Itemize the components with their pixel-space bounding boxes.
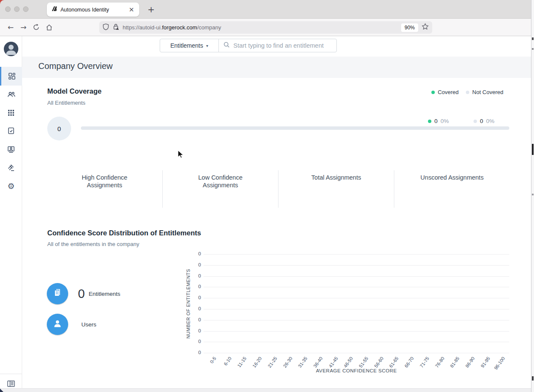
covered-count-group: 0 0% <box>428 118 449 124</box>
search-box <box>219 39 336 52</box>
gridline <box>204 287 509 287</box>
x-tick-label: 51-55 <box>358 356 369 369</box>
page-zoom-badge[interactable]: 90% <box>401 23 418 32</box>
chart-x-axis-title: AVERAGE CONFIDENCE SCORE <box>204 368 509 373</box>
coverage-progress-bar <box>81 126 509 130</box>
legend-item-not-covered: Not Covered <box>466 89 503 95</box>
window-close-button[interactable] <box>5 6 11 12</box>
x-tick-label: 46-50 <box>343 356 354 369</box>
coverage-legend: Covered Not Covered <box>431 89 503 95</box>
x-tick-label: 11-15 <box>236 356 247 368</box>
sidebar-collapse-toggle[interactable] <box>6 379 16 388</box>
x-tick-label: 41-45 <box>327 356 339 369</box>
page-title: Company Overview <box>38 61 113 71</box>
not-covered-label: Not Covered <box>472 89 503 95</box>
sidebar-item-settings[interactable]: ⚙ <box>0 177 22 195</box>
tracking-protection-shield-icon[interactable] <box>103 23 109 32</box>
x-tick-label: 21-25 <box>267 356 278 369</box>
url-prefix: https://autoid-ui. <box>123 24 162 31</box>
x-tick-label: 66-70 <box>404 356 415 369</box>
window-minimize-button[interactable] <box>14 6 20 12</box>
browser-tab-bar: Autonomous Identity ✕ + <box>0 0 531 19</box>
home-button[interactable] <box>43 21 55 34</box>
legend-item-covered: Covered <box>431 89 459 95</box>
connection-lock-icon[interactable] <box>113 23 119 32</box>
model-coverage-subtitle: All Entitlements <box>47 100 86 106</box>
gridline <box>204 320 509 320</box>
entity-type-dropdown[interactable]: Entitlements ▾ <box>160 39 219 52</box>
x-tick-label: 36-40 <box>312 356 323 369</box>
url-text: https://autoid-ui.forgerock.com/company <box>123 24 401 31</box>
tab-close-icon[interactable]: ✕ <box>128 6 135 13</box>
browser-toolbar: ← → https://autoid-ui.forgerock.com/comp… <box>0 19 531 36</box>
browser-chrome: Autonomous Identity ✕ + ← → https://au <box>0 0 531 36</box>
bookmark-star-icon[interactable] <box>422 23 429 32</box>
covered-label: Covered <box>438 89 459 95</box>
confidence-section-subtitle: All of the entitlements in the company <box>47 241 139 247</box>
back-button[interactable]: ← <box>4 21 17 34</box>
entitlements-stat: 0 Entitlements <box>47 283 120 304</box>
x-tick-label: 16-20 <box>252 356 263 369</box>
reload-button[interactable] <box>30 21 43 34</box>
url-bar[interactable]: https://autoid-ui.forgerock.com/company … <box>99 21 432 34</box>
x-tick-label: 6-10 <box>223 356 233 366</box>
sidebar-item-gavel[interactable] <box>0 158 22 177</box>
x-tick-label: 31-35 <box>297 356 308 369</box>
confidence-section-title: Confidence Score Distribution of Entitle… <box>47 229 201 237</box>
entity-type-label: Entitlements <box>170 42 203 49</box>
desktop-corner-sliver <box>0 389 3 392</box>
x-tick-label: 56-60 <box>373 356 384 369</box>
total-entitlements-bubble: 0 <box>47 117 71 140</box>
edge-mark <box>532 48 534 50</box>
coverage-stat-cell: Total Assignments <box>278 170 394 208</box>
covered-percent: 0% <box>441 118 449 124</box>
gridline <box>204 276 509 277</box>
y-tick-label: 0 <box>183 306 201 311</box>
sidebar-item-badge[interactable] <box>0 140 22 159</box>
coverage-stat-cell: High Confidence Assignments <box>47 170 162 208</box>
entitlements-circle <box>47 283 68 304</box>
x-tick-label: 81-85 <box>449 356 460 369</box>
sidebar-item-dashboard[interactable] <box>0 67 22 86</box>
confidence-distribution-chart: NUMBER OF ENTITLEMENTS 0000000000 0-56-1… <box>183 249 511 377</box>
sidebar-item-users[interactable] <box>0 85 22 104</box>
entitlements-count: 0 <box>78 287 85 301</box>
x-tick-label: 91-95 <box>479 356 491 369</box>
users-label: Users <box>81 321 96 328</box>
y-tick-label: 0 <box>183 339 201 344</box>
sidebar-item-applications-grid[interactable] <box>0 103 22 122</box>
gridline <box>204 309 509 309</box>
search-input[interactable] <box>233 42 336 49</box>
mouse-cursor <box>178 150 184 160</box>
y-tick-label: 0 <box>183 262 201 267</box>
new-tab-button[interactable]: + <box>145 3 157 15</box>
x-tick-label: 86-90 <box>464 356 475 369</box>
y-tick-label: 0 <box>183 317 201 322</box>
covered-count: 0 <box>434 118 438 124</box>
coverage-stat-label: High Confidence Assignments <box>67 174 142 208</box>
y-tick-label: 0 <box>183 350 201 355</box>
x-tick-label: 71-75 <box>419 356 430 369</box>
entitlements-label: Entitlements <box>89 291 120 297</box>
background-window-edge <box>531 0 534 392</box>
coverage-stat-label: Low Confidence Assignments <box>183 174 258 208</box>
sidebar-item-checklist[interactable] <box>0 121 22 140</box>
gear-icon: ⚙ <box>7 182 14 190</box>
user-avatar[interactable] <box>4 42 18 56</box>
y-tick-label: 0 <box>183 328 201 333</box>
gridline <box>204 298 509 298</box>
x-tick-label: 26-30 <box>282 356 293 369</box>
not-covered-dot-icon <box>466 91 469 94</box>
chevron-down-icon: ▾ <box>206 43 208 48</box>
window-zoom-button[interactable] <box>23 6 29 12</box>
document-icon <box>53 288 62 299</box>
screenshot-stage: Autonomous Identity ✕ + ← → https://au <box>0 0 534 392</box>
edge-mark <box>532 194 534 195</box>
y-tick-label: 0 <box>183 273 201 278</box>
global-search-group: Entitlements ▾ <box>160 39 337 52</box>
forward-button[interactable]: → <box>17 21 30 34</box>
search-icon <box>224 42 230 49</box>
browser-tab[interactable]: Autonomous Identity ✕ <box>47 3 139 17</box>
app-sidebar: ⚙ <box>0 36 22 388</box>
y-tick-label: 0 <box>183 295 201 300</box>
